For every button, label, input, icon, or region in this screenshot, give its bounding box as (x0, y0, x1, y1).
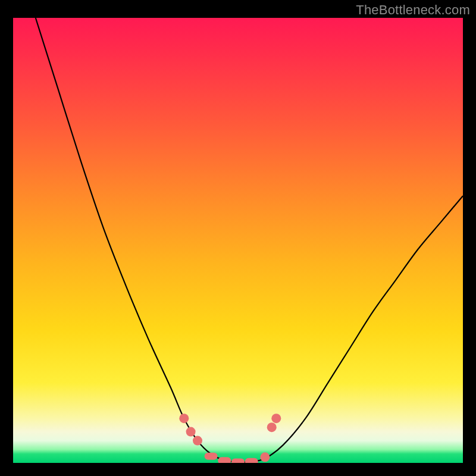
curve-layer (13, 18, 463, 463)
curve-marker (245, 458, 258, 463)
chart-frame: TheBottleneck.com (0, 0, 476, 476)
curve-marker (231, 459, 245, 464)
curve-marker (271, 414, 281, 423)
watermark-text: TheBottleneck.com (356, 2, 470, 18)
curve-marker (260, 452, 270, 462)
curve-markers (179, 414, 281, 463)
plot-area (13, 18, 463, 463)
curve-marker (193, 436, 202, 446)
curve-marker (179, 414, 189, 423)
curve-marker (205, 453, 218, 460)
curve-marker (218, 457, 231, 463)
curve-marker (186, 427, 196, 437)
curve-marker (267, 422, 277, 432)
bottleneck-curve (36, 18, 463, 462)
